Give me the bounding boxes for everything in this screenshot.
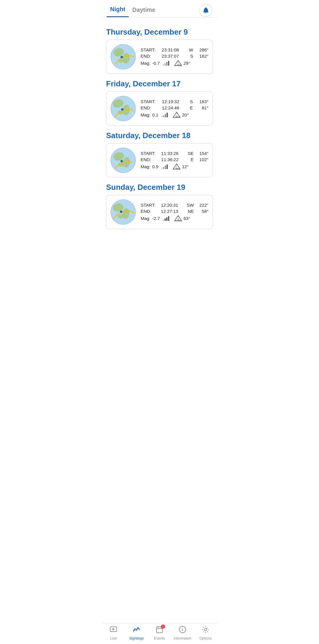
start-dir-2: S — [186, 99, 193, 104]
svg-text:Max: Max — [175, 116, 180, 118]
svg-text:Max: Max — [177, 219, 181, 221]
svg-marker-37 — [113, 628, 115, 630]
end-dir-2: E — [186, 105, 193, 110]
start-label-3: START: — [141, 151, 159, 156]
start-label-1: START: — [141, 47, 159, 52]
tab-night[interactable]: Night — [107, 4, 129, 17]
day-header-2: Friday, December 17 — [106, 79, 213, 88]
globe-3 — [110, 147, 136, 174]
sighting-card-1[interactable]: START: 23:31:08 W 286° END: 23:37:07 S 1… — [106, 40, 213, 74]
end-label-2: END: — [141, 105, 160, 110]
events-badge: 1 — [161, 624, 165, 629]
mag-label-3: Mag: — [141, 164, 150, 169]
nav-live[interactable]: Live — [105, 626, 122, 640]
nav-events[interactable]: 1 Events — [151, 626, 168, 640]
nav-options-label: Options — [199, 636, 211, 640]
start-deg-1: 286° — [196, 47, 209, 52]
svg-point-4 — [121, 56, 123, 58]
sighting-card-3[interactable]: START: 11:33:26 SE 154° END: 11:36:22 E … — [106, 143, 213, 177]
max-deg-value-2: 20° — [182, 112, 189, 117]
max-angle-4: Max 63° — [174, 215, 190, 221]
events-icon: 1 — [156, 626, 163, 635]
end-deg-1: 162° — [196, 54, 209, 59]
mag-label-4: Mag: — [141, 216, 150, 221]
nav-events-label: Events — [154, 636, 165, 640]
information-icon — [179, 626, 186, 635]
max-deg-value-3: 12° — [182, 164, 189, 169]
top-tabs: Night Daytime — [102, 0, 217, 17]
nav-sightings-label: Sightings — [129, 636, 144, 640]
notification-bell-button[interactable] — [199, 4, 212, 17]
nav-information[interactable]: Information — [174, 626, 191, 640]
end-dir-4: NE — [184, 209, 194, 214]
globe-2 — [110, 95, 136, 122]
end-deg-2: 81° — [195, 105, 209, 110]
svg-point-22 — [121, 160, 123, 162]
nav-live-label: Live — [110, 636, 117, 640]
max-deg-value-1: 29° — [183, 61, 190, 66]
svg-text:Max: Max — [177, 64, 181, 66]
start-deg-3: 154° — [196, 151, 209, 156]
end-dir-3: E — [184, 157, 194, 162]
end-deg-4: 58° — [196, 209, 209, 214]
mag-value-1: -0.7 — [152, 61, 160, 66]
start-dir-4: SW — [184, 203, 194, 208]
tab-daytime[interactable]: Daytime — [129, 4, 159, 17]
max-deg-value-4: 63° — [183, 216, 190, 221]
end-time-4: 12:27:13 — [161, 209, 181, 214]
day-header-3: Saturday, December 18 — [106, 131, 213, 140]
start-dir-1: W — [185, 47, 193, 52]
nav-sightings[interactable]: Sightings — [128, 626, 145, 640]
start-label-4: START: — [141, 203, 159, 208]
mag-value-3: 0.9 — [152, 164, 158, 169]
sighting-card-4[interactable]: START: 12:20:31 SW 222° END: 12:27:13 NE… — [106, 195, 213, 229]
start-deg-4: 222° — [196, 203, 209, 208]
end-label-3: END: — [141, 157, 159, 162]
end-label-1: END: — [141, 54, 159, 59]
max-angle-3: Max 12° — [172, 163, 189, 170]
sightings-icon — [133, 626, 140, 635]
start-time-1: 23:31:08 — [162, 47, 183, 52]
day-header-4: Sunday, December 19 — [106, 183, 213, 192]
end-dir-1: S — [185, 54, 193, 59]
svg-point-31 — [120, 211, 122, 213]
start-label-2: START: — [141, 99, 160, 104]
end-time-3: 11:36:22 — [161, 157, 182, 162]
mag-label-1: Mag: — [141, 61, 150, 66]
start-dir-3: SE — [184, 151, 194, 156]
svg-point-44 — [182, 628, 183, 628]
sighting-card-2[interactable]: START: 12:19:32 S 183° END: 12:24:46 E 8… — [106, 91, 213, 126]
mag-value-4: -2.7 — [152, 216, 160, 221]
mag-label-2: Mag: — [141, 112, 150, 117]
start-time-2: 12:19:32 — [162, 99, 183, 104]
live-icon — [110, 626, 117, 635]
max-angle-2: Max 20° — [172, 111, 189, 118]
options-icon — [202, 626, 209, 635]
nav-options[interactable]: Options — [197, 626, 214, 640]
signal-bars-4 — [163, 216, 169, 221]
nav-information-label: Information — [174, 636, 191, 640]
mag-value-2: 0.1 — [152, 112, 158, 117]
signal-bars-1 — [163, 60, 169, 66]
start-time-4: 12:20:31 — [161, 203, 181, 208]
svg-point-13 — [121, 108, 123, 111]
day-header-1: Thursday, December 9 — [106, 27, 213, 37]
sightings-scroll-area: Thursday, December 9 START: 23:31:08 W 2… — [102, 17, 217, 254]
svg-point-45 — [204, 628, 207, 631]
max-angle-1: Max 29° — [174, 60, 190, 66]
svg-text:Max: Max — [175, 167, 180, 169]
globe-1 — [110, 43, 136, 70]
start-time-3: 11:33:26 — [161, 151, 182, 156]
start-deg-2: 183° — [195, 99, 209, 104]
bottom-navigation: Live Sightings 1 Events — [102, 623, 217, 644]
globe-4 — [110, 199, 136, 225]
end-time-1: 23:37:07 — [162, 54, 183, 59]
signal-bars-2 — [161, 112, 168, 117]
end-label-4: END: — [141, 209, 159, 214]
end-deg-3: 102° — [196, 157, 209, 162]
signal-bars-3 — [161, 164, 168, 169]
end-time-2: 12:24:46 — [162, 105, 183, 110]
